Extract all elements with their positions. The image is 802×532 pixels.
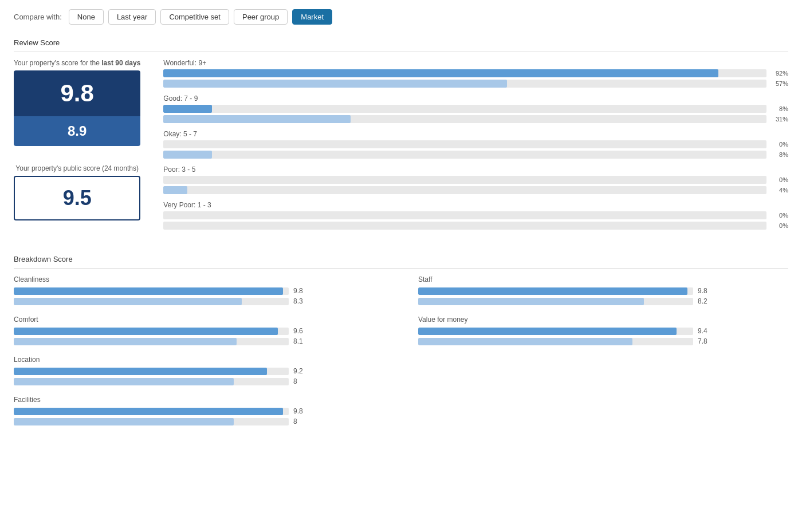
breakdown-val: 8.3 <box>293 297 309 305</box>
breakdown-bar-row: 9.8 <box>418 287 788 295</box>
breakdown-bar-row: 7.8 <box>418 337 788 345</box>
rating-good-title: Good: 7 - 9 <box>163 94 788 103</box>
breakdown-val: 8 <box>293 417 309 425</box>
rating-bars: Wonderful: 9+ 92% 57% Good: 7 - 9 8% <box>163 59 788 237</box>
breakdown-bar-track <box>14 418 289 425</box>
breakdown-bar-track <box>14 338 289 345</box>
rating-very-poor: Very Poor: 1 - 3 0% 0% <box>163 201 788 230</box>
rating-okay-title: Okay: 5 - 7 <box>163 130 788 138</box>
bar-row: 8% <box>163 105 788 113</box>
bar-track <box>163 186 766 194</box>
breakdown-bar-track <box>14 287 289 295</box>
bar-pct: 0% <box>771 222 788 229</box>
rating-wonderful: Wonderful: 9+ 92% 57% <box>163 59 788 88</box>
bar-row: 0% <box>163 211 788 219</box>
breakdown-bar-track <box>418 338 693 345</box>
bar-pct: 0% <box>771 176 788 183</box>
compare-btn-competitive-set[interactable]: Competitive set <box>160 9 229 25</box>
breakdown-val: 9.8 <box>293 407 309 415</box>
rating-good: Good: 7 - 9 8% 31% <box>163 94 788 123</box>
breakdown-val: 8.2 <box>698 297 714 305</box>
breakdown-bar-row: 8.3 <box>14 297 384 305</box>
rating-wonderful-title: Wonderful: 9+ <box>163 59 788 67</box>
bar-fill <box>163 69 718 77</box>
breakdown-value-for-money-title: Value for money <box>418 316 788 324</box>
breakdown-staff: Staff 9.8 8.2 <box>418 275 788 306</box>
compare-bar: Compare with: None Last year Competitive… <box>14 9 788 25</box>
compare-btn-none[interactable]: None <box>69 9 104 25</box>
bar-fill-light <box>163 186 187 194</box>
compare-label: Compare with: <box>14 13 62 21</box>
breakdown-bar-row: 9.8 <box>14 407 384 415</box>
compare-btn-peer-group[interactable]: Peer group <box>234 9 288 25</box>
score-card-label: Your property's score for the last 90 da… <box>14 59 140 67</box>
review-score-title: Review Score <box>14 38 788 52</box>
rating-very-poor-title: Very Poor: 1 - 3 <box>163 201 788 209</box>
bar-fill-light <box>163 115 350 123</box>
bar-track <box>163 105 766 113</box>
bar-track <box>163 115 766 123</box>
bar-row: 4% <box>163 186 788 194</box>
bar-track <box>163 80 766 88</box>
breakdown-facilities: Facilities 9.8 8 <box>14 396 384 427</box>
breakdown-bar-track <box>14 328 289 335</box>
bar-track <box>163 69 766 77</box>
bar-fill-light <box>163 80 507 88</box>
secondary-score: 8.9 <box>14 116 140 146</box>
breakdown-bar-track <box>418 287 693 295</box>
public-score-label: Your property's public score (24 months) <box>14 164 140 172</box>
bar-pct: 8% <box>771 105 788 112</box>
bar-row: 0% <box>163 176 788 184</box>
bar-pct: 4% <box>771 187 788 194</box>
breakdown-bar-row: 8 <box>14 417 384 425</box>
breakdown-bar-row: 9.8 <box>14 287 384 295</box>
breakdown-facilities-title: Facilities <box>14 396 384 404</box>
bar-pct: 31% <box>771 116 788 123</box>
bar-track <box>163 176 766 184</box>
breakdown-bar-track <box>418 298 693 305</box>
breakdown-bar-row: 9.4 <box>418 327 788 335</box>
public-score: 9.5 <box>14 176 140 220</box>
breakdown-bar-track <box>14 408 289 415</box>
breakdown-val: 9.4 <box>698 327 714 335</box>
bar-pct: 57% <box>771 80 788 87</box>
bar-pct: 8% <box>771 151 788 158</box>
rating-okay: Okay: 5 - 7 0% 8% <box>163 130 788 159</box>
breakdown-val: 8 <box>293 377 309 385</box>
bar-track <box>163 140 766 148</box>
breakdown-staff-title: Staff <box>418 275 788 283</box>
breakdown-val: 9.8 <box>293 287 309 295</box>
bar-pct: 92% <box>771 70 788 77</box>
breakdown-score-title: Breakdown Score <box>14 255 788 269</box>
bar-track <box>163 151 766 159</box>
bar-row: 8% <box>163 151 788 159</box>
rating-poor: Poor: 3 - 5 0% 4% <box>163 165 788 194</box>
bar-pct: 0% <box>771 141 788 148</box>
bar-row: 0% <box>163 222 788 230</box>
breakdown-bar-track <box>418 328 693 335</box>
breakdown-val: 9.8 <box>698 287 714 295</box>
bar-track <box>163 222 766 230</box>
breakdown-bar-track <box>14 368 289 375</box>
bar-track <box>163 211 766 219</box>
breakdown-comfort-title: Comfort <box>14 316 384 324</box>
rating-poor-title: Poor: 3 - 5 <box>163 165 788 174</box>
bar-fill-light <box>163 151 211 159</box>
breakdown-val: 8.1 <box>293 337 309 345</box>
review-score-content: Your property's score for the last 90 da… <box>14 59 788 237</box>
compare-btn-last-year[interactable]: Last year <box>108 9 156 25</box>
breakdown-val: 7.8 <box>698 337 714 345</box>
bar-row: 92% <box>163 69 788 77</box>
breakdown-location-title: Location <box>14 356 384 364</box>
breakdown-bar-track <box>14 378 289 385</box>
breakdown-val: 9.6 <box>293 327 309 335</box>
review-score-section: Review Score Your property's score for t… <box>14 38 788 237</box>
compare-btn-market[interactable]: Market <box>292 9 332 25</box>
bar-pct: 0% <box>771 212 788 219</box>
breakdown-grid: Cleanliness 9.8 8.3 Staff 9.8 8.2 <box>14 275 788 427</box>
breakdown-bar-row: 9.2 <box>14 367 384 375</box>
breakdown-val: 9.2 <box>293 367 309 375</box>
breakdown-cleanliness-title: Cleanliness <box>14 275 384 283</box>
breakdown-cleanliness: Cleanliness 9.8 8.3 <box>14 275 384 306</box>
bar-row: 0% <box>163 140 788 148</box>
